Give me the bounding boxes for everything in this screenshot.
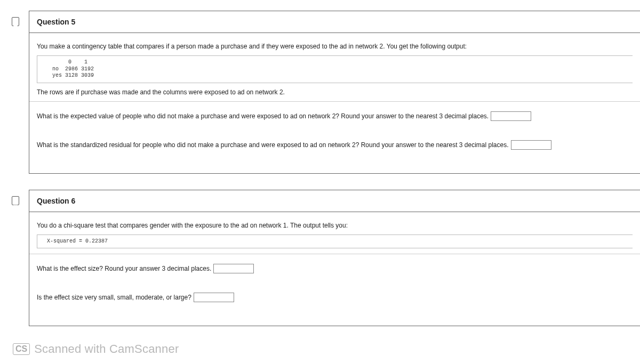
question-6-row: Question 6 You do a chi-square test that… [12, 190, 640, 327]
divider [29, 101, 640, 102]
q5-rows-note: The rows are if purchase was made and th… [37, 88, 633, 96]
question-6-header: Question 6 [29, 190, 640, 212]
q5-part2-text: What is the standardized residual for pe… [37, 141, 509, 149]
watermark-text: Scanned with CamScanner [34, 342, 179, 356]
bookmark-icon[interactable] [12, 196, 19, 205]
question-5-row: Question 5 You make a contingency table … [12, 11, 640, 174]
q6-part1-text: What is the effect size? Round your answ… [37, 265, 211, 272]
camscanner-watermark: CS Scanned with CamScanner [13, 342, 640, 356]
q5-part1-input[interactable] [491, 111, 531, 121]
question-5-header: Question 5 [29, 11, 640, 33]
divider [29, 254, 640, 254]
q6-part1-line: What is the effect size? Round your answ… [37, 264, 633, 273]
question-5-box: Question 5 You make a contingency table … [29, 11, 640, 174]
question-6-box: Question 6 You do a chi-square test that… [29, 190, 640, 327]
bookmark-icon[interactable] [12, 17, 19, 26]
q6-intro-text: You do a chi-square test that compares g… [37, 222, 633, 229]
q6-output-code: X-squared = 0.22387 [37, 234, 633, 249]
question-5-title: Question 5 [37, 18, 75, 26]
q6-part2-line: Is the effect size very small, small, mo… [37, 293, 633, 302]
q5-part2-input[interactable] [511, 140, 551, 150]
question-6-title: Question 6 [37, 197, 75, 205]
cs-badge-icon: CS [13, 343, 30, 355]
q6-part2-input[interactable] [194, 293, 234, 302]
q5-part2-line: What is the standardized residual for pe… [37, 140, 633, 150]
q6-part1-input[interactable] [213, 264, 254, 273]
q5-part1-text: What is the expected value of people who… [37, 112, 489, 120]
q6-part2-text: Is the effect size very small, small, mo… [37, 294, 191, 301]
q5-intro-text: You make a contingency table that compar… [37, 43, 633, 50]
q5-part1-line: What is the expected value of people who… [37, 111, 633, 121]
q5-output-table: 0 1 no 2986 3192 yes 3128 3039 [37, 55, 633, 83]
